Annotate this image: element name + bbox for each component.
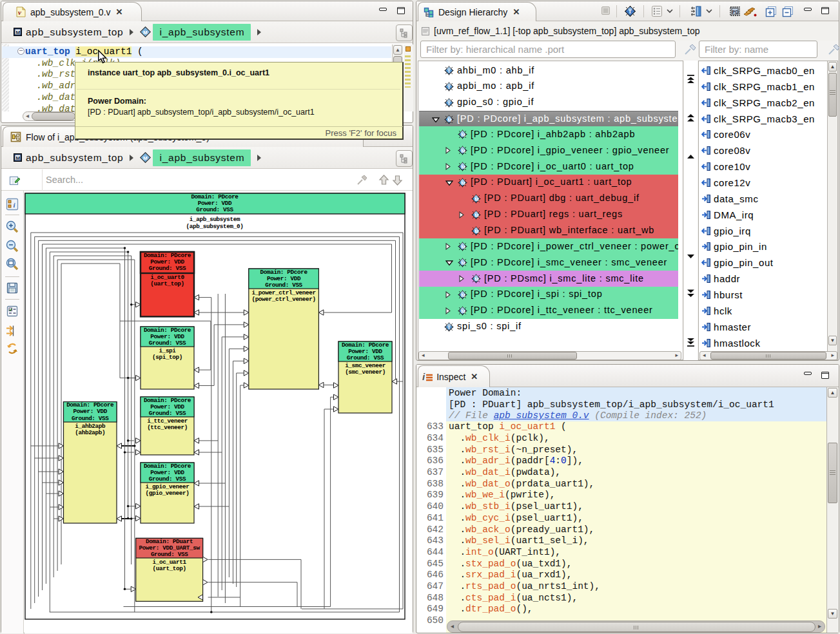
svg-text:(ahb2apb): (ahb2apb) — [75, 429, 105, 436]
svg-text:M: M — [461, 244, 465, 250]
svg-text:M: M — [461, 132, 465, 138]
svg-text:Ground: VSS: Ground: VSS — [149, 340, 186, 347]
svg-text:M: M — [461, 164, 465, 170]
svg-text:i_gpio_veneer: i_gpio_veneer — [146, 483, 190, 490]
svg-text:(apb_subsystem_0): (apb_subsystem_0) — [186, 223, 244, 230]
svg-text:i: i — [448, 324, 450, 330]
svg-text:Ground: VSS: Ground: VSS — [265, 282, 302, 289]
svg-text:Ground: VSS: Ground: VSS — [149, 265, 186, 272]
svg-text:(uart_top): (uart_top) — [153, 565, 186, 572]
svg-text:i: i — [448, 84, 450, 90]
svg-text:PD: PD — [732, 10, 739, 14]
svg-text:M: M — [461, 180, 465, 186]
svg-text:i_smc_veneer: i_smc_veneer — [345, 362, 386, 369]
svg-text:Ground: VSS: Ground: VSS — [151, 551, 188, 558]
svg-text:M: M — [474, 196, 479, 202]
svg-text:i_power_ctrl_veneer: i_power_ctrl_veneer — [251, 289, 315, 296]
svg-text:M: M — [143, 155, 148, 161]
svg-text:M: M — [474, 276, 479, 282]
svg-text:i_oc_uart0: i_oc_uart0 — [150, 274, 184, 281]
svg-text:Ground: VSS: Ground: VSS — [149, 410, 186, 417]
svg-text:(power_ctrl_veneer): (power_ctrl_veneer) — [251, 296, 315, 303]
svg-text:Ground: VSS: Ground: VSS — [72, 415, 109, 422]
svg-text:i: i — [448, 68, 450, 74]
svg-text:M: M — [143, 30, 148, 35]
svg-text:i_apb_subsystem: i_apb_subsystem — [190, 216, 240, 223]
svg-text:v: v — [18, 8, 21, 16]
svg-text:i_spi: i_spi — [159, 347, 176, 354]
svg-text:M: M — [16, 155, 21, 161]
svg-text:Ground: VSS: Ground: VSS — [196, 206, 233, 213]
svg-text:Ground: VSS: Ground: VSS — [149, 476, 186, 483]
svg-text:M: M — [461, 148, 465, 154]
svg-text:i_oc_uart1: i_oc_uart1 — [153, 559, 187, 566]
svg-text:M: M — [474, 212, 479, 218]
svg-text:Ground: VSS: Ground: VSS — [347, 354, 384, 361]
svg-text:(uart_top): (uart_top) — [150, 280, 184, 287]
svg-text:M: M — [461, 292, 465, 298]
svg-text:(gpio_veneer): (gpio_veneer) — [146, 490, 190, 497]
svg-text:M: M — [461, 308, 465, 314]
svg-text:i: i — [448, 100, 450, 106]
svg-text:i_ttc_veneer: i_ttc_veneer — [147, 418, 188, 425]
svg-text:(spi_top): (spi_top) — [152, 354, 182, 361]
svg-text:M: M — [447, 117, 452, 122]
svg-text:i_ahb2apb: i_ahb2apb — [75, 423, 106, 430]
svg-text:T: T — [629, 8, 632, 15]
svg-text:M: M — [461, 260, 465, 266]
svg-text:(smc_veneer): (smc_veneer) — [345, 369, 386, 376]
svg-text:M: M — [474, 228, 479, 234]
svg-text:Domain: PDcore: Domain: PDcore — [191, 193, 239, 200]
svg-text:M: M — [16, 30, 21, 35]
svg-text:(ttc_veneer): (ttc_veneer) — [147, 424, 188, 431]
